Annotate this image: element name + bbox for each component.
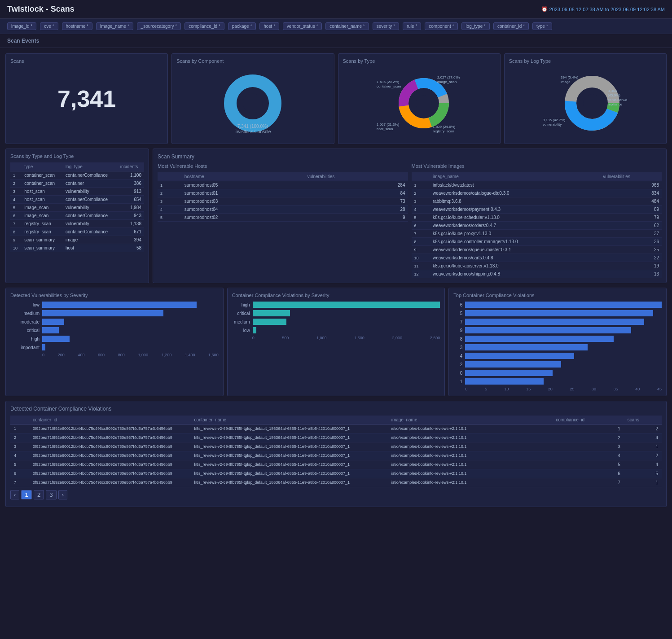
middle-row: Scans by Type and Log Type type log_type… xyxy=(5,149,667,283)
bar-row: 5 xyxy=(453,310,662,316)
top-metrics-row: Scans 7,341 Scans by Component 7,341 (10… xyxy=(5,53,667,144)
filter-container-id[interactable]: container_id * xyxy=(493,22,529,30)
filter-image-id[interactable]: image_id * xyxy=(7,22,36,30)
bar-row: 8 xyxy=(453,336,662,342)
bar-row: low xyxy=(10,302,219,308)
scan-events-label: Scan Events xyxy=(0,34,672,48)
bar-row: high xyxy=(232,302,440,308)
top-bars: 6 5 7 9 8 3 xyxy=(453,302,662,385)
table-row: 3host_scanvulnerability913 xyxy=(10,188,144,196)
table-row: 8registry_scancontainerCompliance671 xyxy=(10,228,144,236)
col-scans: scans xyxy=(624,416,662,425)
svg-point-9 xyxy=(416,95,432,111)
bar-row: 1 xyxy=(453,378,662,385)
bar-row: medium xyxy=(232,319,440,325)
scan-summary-title: Scan Summary xyxy=(158,153,662,160)
top-axis: 051015202530354045 xyxy=(453,387,662,391)
svg-text:registry_scan: registry_scan xyxy=(433,129,454,133)
most-vulnerable-hosts: Most Vulnerable Hosts hostname vulnerabi… xyxy=(158,163,408,278)
filter-host[interactable]: host * xyxy=(259,22,279,30)
scans-total-title: Scans xyxy=(10,58,163,64)
pagination: ‹ 1 2 3 › xyxy=(10,487,662,502)
vuln-bars: low medium moderate critical high xyxy=(10,302,219,350)
page-3[interactable]: 3 xyxy=(46,490,56,499)
svg-text:7,341 (100.0%): 7,341 (100.0%) xyxy=(237,124,268,129)
table-row: 4host_scancontainerCompliance654 xyxy=(10,196,144,204)
bar-row: 7 xyxy=(453,319,662,325)
filter-container-name[interactable]: container_name * xyxy=(325,22,369,30)
filter-package[interactable]: package * xyxy=(228,22,256,30)
filter-vendor-status[interactable]: vendor_status * xyxy=(283,22,322,30)
page-1[interactable]: 1 xyxy=(21,490,31,499)
bar-row: critical xyxy=(232,310,440,316)
table-row: 5 0f92bea71f692e60012bb44bcb75c496cc8092… xyxy=(10,460,662,469)
hosts-title: Most Vulnerable Hosts xyxy=(158,163,408,169)
violations-table: container_id container_name image_name c… xyxy=(10,416,662,487)
compliance-severity-title: Container Compliance Violations by Sever… xyxy=(232,293,440,298)
svg-text:1,486 (20.2%): 1,486 (20.2%) xyxy=(377,80,400,84)
svg-text:1,567 (21.3%): 1,567 (21.3%) xyxy=(377,123,400,127)
table-row: 11k8s.gcr.io/kube-apiserver:v1.13.019 xyxy=(412,262,662,270)
svg-text:host_scan: host_scan xyxy=(377,127,393,131)
svg-text:(45.9%): (45.9%) xyxy=(608,93,620,97)
bar-row: low xyxy=(232,327,440,333)
scan-summary-panel: Scan Summary Most Vulnerable Hosts hostn… xyxy=(153,149,667,283)
images-title: Most Vulnerable Images xyxy=(412,163,662,169)
filter-compliance-id[interactable]: compliance_id * xyxy=(184,22,224,30)
vuln-severity-panel: Detected Vulnerabilities by Severity low… xyxy=(5,288,224,396)
table-row: 7 0f92bea71f692e60012bb44bcb75c496cc8092… xyxy=(10,478,662,487)
svg-text:Twistlock-Console: Twistlock-Console xyxy=(235,129,271,134)
col-num xyxy=(158,172,182,181)
bar-charts-row: Detected Vulnerabilities by Severity low… xyxy=(5,288,667,396)
table-row: 2sumoprodhost0184 xyxy=(158,189,408,197)
svg-text:3,368: 3,368 xyxy=(608,89,617,93)
filter-component[interactable]: component * xyxy=(425,22,458,30)
table-row: 1infoslack/dvwa:latest968 xyxy=(412,181,662,189)
clock-icon: ⏰ xyxy=(541,6,548,12)
filter-type[interactable]: type * xyxy=(532,22,552,30)
scans-by-log-type-chart: 394 (5.4%) image 3,368 (45.9%) container… xyxy=(509,67,662,139)
table-row: 5k8s.gcr.io/kube-scheduler:v1.13.079 xyxy=(412,214,662,222)
bar-row: 0 xyxy=(453,370,662,376)
page-2[interactable]: 2 xyxy=(34,490,44,499)
bar-row: critical xyxy=(10,327,219,333)
filter-sourcecategory[interactable]: _sourcecategory * xyxy=(137,22,181,30)
summary-tables-row: Most Vulnerable Hosts hostname vulnerabi… xyxy=(158,163,662,278)
svg-text:containerCo: containerCo xyxy=(608,98,628,102)
scans-by-log-type-title: Scans by Log Type xyxy=(509,58,662,64)
top-violations-panel: Top Container Compliance Violations 6 5 … xyxy=(448,288,667,396)
table-row: 3rabbitmq:3.6.8484 xyxy=(412,197,662,206)
col-incidents: incidents xyxy=(118,162,144,171)
filter-hostname[interactable]: hostname * xyxy=(62,22,93,30)
filter-cve[interactable]: cve * xyxy=(40,22,58,30)
filter-rule[interactable]: rule * xyxy=(403,22,421,30)
svg-text:container_scan: container_scan xyxy=(377,84,401,88)
bar-row: high xyxy=(10,336,219,342)
col-type: type xyxy=(22,162,63,171)
col-image-name: image_name xyxy=(430,172,600,181)
page-next[interactable]: › xyxy=(58,490,67,499)
table-row: 3sumoprodhost0373 xyxy=(158,197,408,206)
page-prev[interactable]: ‹ xyxy=(10,490,19,499)
table-row: 8k8s.gcr.io/kube-controller-manager:v1.1… xyxy=(412,238,662,246)
filter-log-type[interactable]: log_type * xyxy=(461,22,489,30)
scans-by-log-type-panel: Scans by Log Type 394 (5.4%) image 3,368… xyxy=(504,53,667,144)
filter-image-name[interactable]: image_name * xyxy=(96,22,133,30)
scans-total-value: 7,341 xyxy=(10,67,163,130)
filter-bar: image_id * cve * hostname * image_name *… xyxy=(0,19,672,34)
bar-row: 2 xyxy=(453,361,662,368)
col-log-type: log_type xyxy=(63,162,118,171)
bar-row: moderate xyxy=(10,319,219,325)
table-row: 6image_scancontainerCompliance943 xyxy=(10,212,144,220)
filter-severity[interactable]: severity * xyxy=(373,22,399,30)
svg-text:1,809 (24.6%): 1,809 (24.6%) xyxy=(433,125,456,129)
most-vulnerable-images: Most Vulnerable Images image_name vulner… xyxy=(412,163,662,278)
table-row: 5image_scanvulnerability1,984 xyxy=(10,204,144,212)
page-title: Twistlock - Scans xyxy=(7,4,75,14)
col-num xyxy=(10,416,29,425)
svg-text:image_scan: image_scan xyxy=(437,80,457,84)
table-row: 3 0f92bea71f692e60012bb44bcb75c496cc8092… xyxy=(10,442,662,451)
table-row: 6 0f92bea71f692e60012bb44bcb75c496cc8092… xyxy=(10,469,662,478)
table-row: 7k8s.gcr.io/kube-proxy:v1.13.037 xyxy=(412,230,662,238)
hosts-table: hostname vulnerabilities 1sumoprodhost05… xyxy=(158,172,408,222)
